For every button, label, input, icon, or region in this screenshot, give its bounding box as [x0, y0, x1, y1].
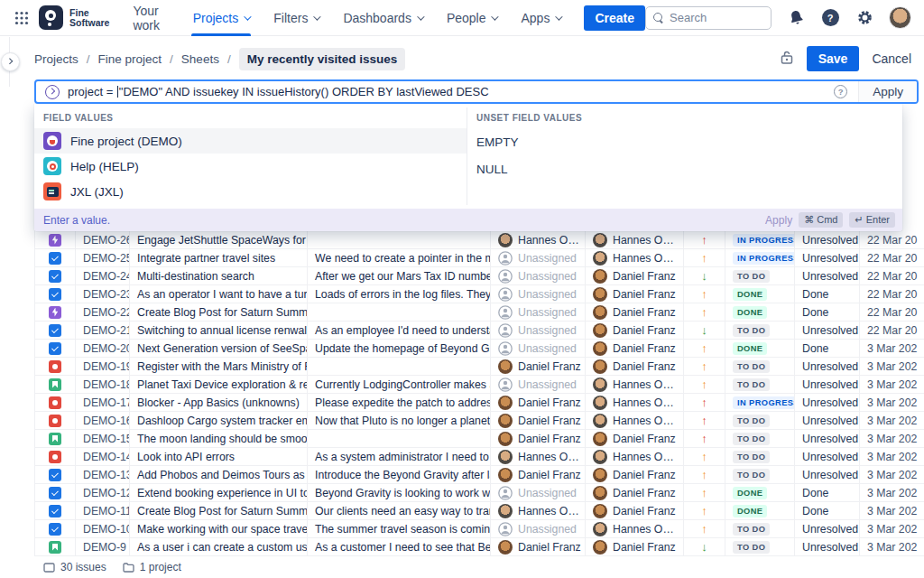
reporter-cell[interactable]: Daniel Franz: [586, 538, 684, 555]
issue-key-cell[interactable]: DEMO-18: [76, 376, 130, 393]
breadcrumb-current-sheet[interactable]: My recently visited issues: [239, 48, 406, 70]
suggestion-help-project[interactable]: Help (HELP): [34, 154, 467, 179]
resolution-cell[interactable]: Unresolved: [795, 376, 860, 393]
issue-key-cell[interactable]: DEMO-15: [76, 430, 130, 447]
summary-cell[interactable]: Switching to annual license renwal for X…: [130, 322, 308, 339]
priority-cell[interactable]: ↑: [684, 430, 725, 447]
summary-cell[interactable]: Blocker - App Basics (unknowns): [130, 394, 308, 411]
issue-row[interactable]: DEMO-10 Make working with our space trav…: [34, 520, 924, 538]
date-cell[interactable]: 3 Mar 202: [860, 502, 924, 519]
create-button[interactable]: Create: [584, 5, 645, 31]
reporter-cell[interactable]: Hannes Obweger: [586, 231, 684, 248]
suggestion-empty[interactable]: EMPTY: [467, 128, 902, 155]
breadcrumb-fine-project[interactable]: Fine project: [98, 52, 162, 66]
reporter-cell[interactable]: Daniel Franz: [586, 430, 684, 447]
issue-row[interactable]: DEMO-22 Create Blog Post for Saturn Summ…: [34, 303, 924, 322]
summary-cell[interactable]: Add Phobos and Deimos Tours as a Prefe..…: [130, 466, 308, 483]
summary-cell[interactable]: Engage JetShuttle SpaceWays for short d.…: [130, 231, 308, 248]
priority-cell[interactable]: ↑: [684, 358, 725, 375]
status-cell[interactable]: TO DO: [725, 358, 795, 375]
resolution-cell[interactable]: Unresolved: [795, 249, 860, 266]
issue-key-cell[interactable]: DEMO-17: [76, 394, 130, 411]
description-cell[interactable]: As a system administrator I need to revi…: [308, 448, 491, 465]
summary-cell[interactable]: Integrate partner travel sites: [130, 249, 308, 266]
menu-apps[interactable]: Apps: [521, 0, 560, 36]
date-cell[interactable]: 3 Mar 202: [860, 394, 924, 411]
reporter-cell[interactable]: Daniel Franz: [586, 303, 684, 321]
assignee-cell[interactable]: Hannes Obweger: [491, 502, 586, 519]
issue-row[interactable]: DEMO-19 Register with the Mars Ministry …: [34, 358, 924, 376]
reporter-cell[interactable]: Hannes Obweger: [586, 520, 684, 537]
priority-cell[interactable]: ↑: [684, 249, 725, 266]
issue-row[interactable]: DEMO-9 As a user i can create a custom u…: [34, 538, 924, 556]
status-cell[interactable]: TO DO: [725, 322, 795, 339]
summary-cell[interactable]: Next Generation version of SeeSpaceEZ t.…: [130, 340, 308, 357]
status-cell[interactable]: TO DO: [725, 466, 795, 483]
status-cell[interactable]: TO DO: [725, 448, 795, 465]
reporter-cell[interactable]: Hannes Obweger: [586, 394, 684, 411]
assignee-cell[interactable]: Unassigned: [491, 376, 586, 393]
assignee-cell[interactable]: Daniel Franz: [491, 430, 586, 447]
issue-key-cell[interactable]: DEMO-22: [76, 303, 130, 321]
brand-logo[interactable]: FineSoftware: [39, 5, 109, 30]
issue-key-cell[interactable]: DEMO-11: [76, 502, 130, 519]
reporter-cell[interactable]: Hannes Obweger: [586, 412, 684, 429]
priority-cell[interactable]: ↑: [684, 231, 725, 248]
assignee-cell[interactable]: Hannes Obweger: [491, 448, 586, 465]
resolution-cell[interactable]: Unresolved: [795, 412, 860, 429]
priority-cell[interactable]: ↑: [684, 412, 725, 429]
help-icon[interactable]: ?: [820, 8, 840, 28]
priority-cell[interactable]: ↑: [684, 520, 725, 537]
global-search[interactable]: [645, 6, 772, 30]
issue-key-cell[interactable]: DEMO-16: [76, 412, 130, 429]
description-cell[interactable]: Update the homepage of Beyond Gravity ..…: [308, 340, 491, 357]
issue-row[interactable]: DEMO-11 Create Blog Post for Saturn Summ…: [34, 502, 924, 520]
breadcrumb-sheets[interactable]: Sheets: [181, 52, 219, 66]
status-cell[interactable]: TO DO: [725, 376, 795, 393]
description-cell[interactable]: After we get our Mars Tax ID number, the…: [308, 267, 491, 284]
resolution-cell[interactable]: Done: [795, 502, 860, 519]
date-cell[interactable]: 22 Mar 20: [860, 322, 924, 339]
issue-key-cell[interactable]: DEMO-21: [76, 322, 130, 339]
settings-gear-icon[interactable]: [855, 8, 874, 28]
status-cell[interactable]: IN PROGRESS: [725, 394, 795, 411]
reporter-cell[interactable]: Hannes Obweger: [586, 249, 684, 266]
issue-row[interactable]: DEMO-24 Multi-destination search After w…: [34, 267, 924, 285]
date-cell[interactable]: 22 Mar 20: [860, 231, 924, 248]
description-cell[interactable]: [308, 303, 491, 321]
priority-cell[interactable]: ↑: [684, 340, 725, 357]
description-cell[interactable]: Introduce the Beyond Gravity after launc…: [308, 466, 491, 483]
date-cell[interactable]: 22 Mar 20: [860, 285, 924, 303]
suggestion-fine-project[interactable]: Fine project (DEMO): [34, 128, 467, 154]
suggestion-jxl-project[interactable]: JXL (JXL): [34, 179, 467, 204]
priority-cell[interactable]: ↓: [684, 267, 725, 284]
date-cell[interactable]: 22 Mar 20: [860, 303, 924, 321]
date-cell[interactable]: 3 Mar 202: [860, 358, 924, 375]
reporter-cell[interactable]: Daniel Franz: [586, 502, 684, 519]
summary-cell[interactable]: As a user i can create a custom user acc…: [130, 538, 308, 555]
reporter-cell[interactable]: Hannes Obweger: [586, 376, 684, 393]
status-cell[interactable]: DONE: [725, 303, 795, 321]
description-cell[interactable]: Beyond Gravity is looking to work with a…: [308, 484, 491, 501]
date-cell[interactable]: 22 Mar 20: [860, 249, 924, 266]
menu-projects[interactable]: Projects: [193, 0, 250, 36]
status-cell[interactable]: DONE: [725, 340, 795, 357]
priority-cell[interactable]: ↑: [684, 285, 725, 303]
resolution-cell[interactable]: Unresolved: [795, 430, 860, 447]
status-cell[interactable]: TO DO: [725, 267, 795, 284]
summary-cell[interactable]: Create Blog Post for Saturn Summer Sale: [130, 303, 308, 321]
priority-cell[interactable]: ↓: [684, 538, 725, 555]
description-cell[interactable]: Loads of errors in the log files. They s…: [308, 285, 491, 303]
issue-key-cell[interactable]: DEMO-9: [76, 538, 130, 555]
status-cell[interactable]: IN PROGRESS: [725, 249, 795, 266]
unlock-icon[interactable]: [780, 50, 794, 69]
issue-row[interactable]: DEMO-20 Next Generation version of SeeSp…: [34, 340, 924, 358]
date-cell[interactable]: 3 Mar 202: [860, 430, 924, 447]
issue-key-cell[interactable]: DEMO-24: [76, 267, 130, 284]
assignee-cell[interactable]: Daniel Franz: [491, 394, 586, 411]
issue-row[interactable]: DEMO-21 Switching to annual license renw…: [34, 322, 924, 340]
user-avatar[interactable]: [889, 6, 911, 29]
resolution-cell[interactable]: Done: [795, 303, 860, 321]
summary-cell[interactable]: Multi-destination search: [130, 267, 308, 284]
date-cell[interactable]: 3 Mar 202: [860, 484, 924, 501]
